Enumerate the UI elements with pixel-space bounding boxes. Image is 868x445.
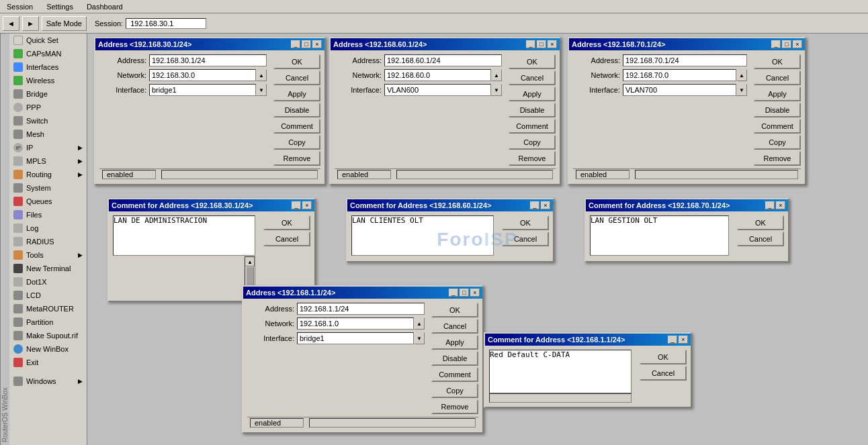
cwin3-textarea[interactable]: LAN GESTION OLT: [590, 215, 729, 256]
win2-maximize[interactable]: □: [537, 40, 546, 48]
cwin3-close[interactable]: ×: [776, 201, 785, 209]
win3-maximize[interactable]: □: [782, 40, 791, 48]
win2-interface-dropdown[interactable]: ▼: [491, 84, 502, 96]
sidebar-item-capsman[interactable]: CAPsMAN: [9, 47, 87, 60]
cwin4-scrollbar-h[interactable]: [489, 393, 632, 403]
sidebar-item-ppp[interactable]: PPP: [9, 101, 87, 114]
win4-close[interactable]: ×: [470, 289, 480, 297]
cwin3-ok-button[interactable]: OK: [737, 215, 784, 230]
cwin2-ok-button[interactable]: OK: [502, 215, 549, 230]
win4-ok-button[interactable]: OK: [431, 303, 478, 317]
forward-button[interactable]: ►: [22, 16, 39, 31]
sidebar-item-dot1x[interactable]: Dot1X: [9, 275, 87, 289]
cwin4-minimize[interactable]: _: [668, 336, 677, 344]
sidebar-item-wireless[interactable]: Wireless: [9, 74, 87, 87]
win2-copy-button[interactable]: Copy: [509, 135, 556, 150]
win3-interface-input[interactable]: [623, 84, 736, 96]
win4-copy-button[interactable]: Copy: [431, 383, 478, 398]
win1-address-input[interactable]: [149, 54, 267, 66]
win3-ok-button[interactable]: OK: [754, 54, 801, 69]
sidebar-item-radius[interactable]: RADIUS: [9, 235, 87, 248]
win2-apply-button[interactable]: Apply: [509, 87, 556, 101]
cwin1-minimize[interactable]: _: [292, 201, 301, 209]
win4-network-scroll[interactable]: ▲: [414, 317, 425, 330]
sidebar-item-interfaces[interactable]: Interfaces: [9, 60, 87, 74]
sidebar-item-ip[interactable]: IP IP ▶: [9, 141, 87, 154]
win4-maximize[interactable]: □: [460, 289, 469, 297]
sidebar-item-windows[interactable]: Windows ▶: [9, 375, 87, 388]
sidebar-item-tools[interactable]: Tools ▶: [9, 248, 87, 262]
back-button[interactable]: ◄: [3, 16, 19, 31]
win2-close[interactable]: ×: [548, 40, 557, 48]
sidebar-item-quickset[interactable]: Quick Set: [9, 34, 87, 47]
sidebar-item-exit[interactable]: Exit: [9, 356, 87, 369]
win3-cancel-button[interactable]: Cancel: [754, 70, 801, 85]
cwin2-close[interactable]: ×: [541, 201, 550, 209]
cwin1-ok-button[interactable]: OK: [263, 215, 310, 230]
cwin3-minimize[interactable]: _: [765, 201, 775, 209]
sidebar-item-log[interactable]: Log: [9, 221, 87, 235]
win2-ok-button[interactable]: OK: [509, 54, 556, 69]
win4-interface-input[interactable]: [297, 332, 414, 344]
menu-dashboard[interactable]: Dashboard: [83, 1, 127, 12]
menu-session[interactable]: Session: [3, 1, 37, 12]
cwin2-cancel-button[interactable]: Cancel: [502, 232, 549, 246]
win4-disable-button[interactable]: Disable: [431, 351, 478, 366]
win3-close[interactable]: ×: [793, 40, 802, 48]
sidebar-item-metarouter[interactable]: MetaROUTER: [9, 302, 87, 315]
win4-remove-button[interactable]: Remove: [431, 399, 478, 414]
cwin1-scroll-up[interactable]: ▲: [245, 257, 255, 266]
win2-minimize[interactable]: _: [526, 40, 535, 48]
cwin2-textarea[interactable]: LAN CLIENTES OLT: [351, 215, 494, 256]
win1-interface-input[interactable]: [149, 84, 256, 96]
sidebar-item-mesh[interactable]: Mesh: [9, 128, 87, 141]
safemode-button[interactable]: Safe Mode: [42, 16, 87, 31]
win3-interface-dropdown[interactable]: ▼: [736, 84, 747, 96]
win1-maximize[interactable]: □: [302, 40, 311, 48]
win1-minimize[interactable]: _: [291, 40, 300, 48]
cwin3-cancel-button[interactable]: Cancel: [737, 232, 784, 246]
win2-disable-button[interactable]: Disable: [509, 103, 556, 117]
sidebar-item-queues[interactable]: Queues: [9, 195, 87, 208]
win4-address-input[interactable]: [297, 303, 425, 315]
sidebar-item-partition[interactable]: Partition: [9, 315, 87, 329]
win1-interface-dropdown[interactable]: ▼: [256, 84, 267, 96]
sidebar-item-mpls[interactable]: MPLS ▶: [9, 154, 87, 168]
win1-disable-button[interactable]: Disable: [273, 103, 320, 117]
cwin4-ok-button[interactable]: OK: [640, 350, 687, 364]
win1-remove-button[interactable]: Remove: [273, 151, 320, 166]
sidebar-item-files[interactable]: Files: [9, 208, 87, 221]
win3-copy-button[interactable]: Copy: [754, 135, 801, 150]
sidebar-item-supout[interactable]: Make Supout.rif: [9, 329, 87, 342]
cwin1-textarea[interactable]: LAN DE ADMINISTRACION: [113, 215, 255, 256]
win2-network-input[interactable]: [384, 69, 491, 81]
win2-cancel-button[interactable]: Cancel: [509, 70, 556, 85]
win4-network-input[interactable]: [297, 317, 414, 330]
cwin4-textarea[interactable]: Red Default C-DATA: [489, 350, 632, 393]
win4-comment-button[interactable]: Comment: [431, 367, 478, 382]
win1-network-scroll[interactable]: ▲: [256, 69, 267, 81]
win1-comment-button[interactable]: Comment: [273, 119, 320, 134]
sidebar-item-newterminal[interactable]: New Terminal: [9, 262, 87, 275]
sidebar-item-newwinbox[interactable]: New WinBox: [9, 342, 87, 356]
cwin1-scroll-thumb[interactable]: [246, 266, 254, 287]
win3-network-input[interactable]: [623, 69, 736, 81]
win4-minimize[interactable]: _: [449, 289, 458, 297]
win2-interface-input[interactable]: [384, 84, 491, 96]
win3-address-input[interactable]: [623, 54, 747, 66]
win3-remove-button[interactable]: Remove: [754, 151, 801, 166]
win3-comment-button[interactable]: Comment: [754, 119, 801, 134]
win1-cancel-button[interactable]: Cancel: [273, 70, 320, 85]
cwin1-close[interactable]: ×: [302, 201, 312, 209]
cwin4-close[interactable]: ×: [679, 336, 688, 344]
win3-apply-button[interactable]: Apply: [754, 87, 801, 101]
sidebar-item-system[interactable]: System: [9, 181, 87, 195]
cwin2-minimize[interactable]: _: [530, 201, 539, 209]
sidebar-item-bridge[interactable]: Bridge: [9, 87, 87, 101]
win1-close[interactable]: ×: [312, 40, 322, 48]
cwin4-cancel-button[interactable]: Cancel: [640, 366, 687, 381]
win4-apply-button[interactable]: Apply: [431, 335, 478, 350]
win1-network-input[interactable]: [149, 69, 256, 81]
win2-network-scroll[interactable]: ▲: [491, 69, 502, 81]
win3-network-scroll[interactable]: ▲: [736, 69, 747, 81]
